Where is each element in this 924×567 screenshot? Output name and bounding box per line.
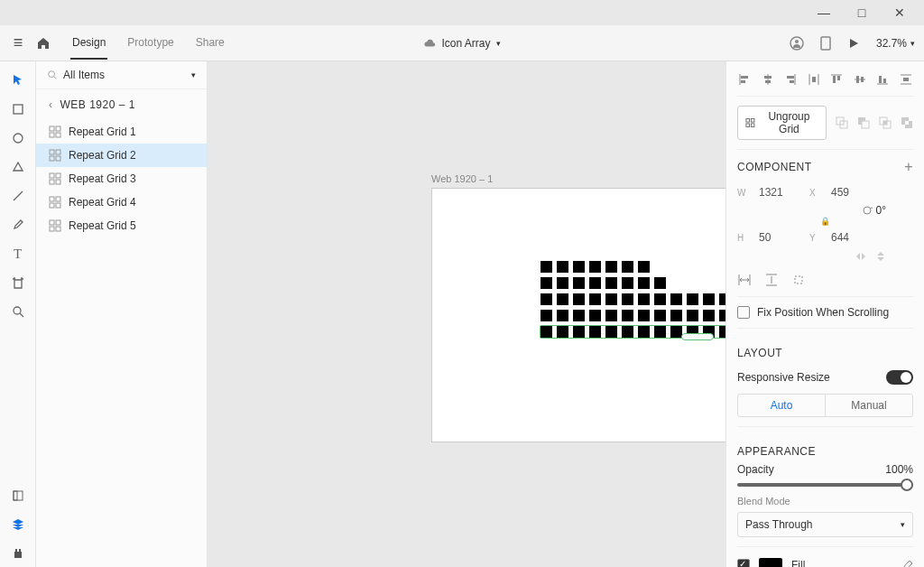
assets-icon[interactable]	[5, 482, 32, 509]
layer-item[interactable]: Repeat Grid 3	[36, 167, 207, 191]
layer-item[interactable]: Repeat Grid 2	[36, 144, 207, 167]
boolean-subtract-icon[interactable]	[857, 116, 870, 129]
svg-rect-24	[56, 173, 60, 178]
ungroup-grid-button[interactable]: Ungroup Grid	[737, 106, 827, 140]
repeat-grid-icon	[49, 172, 61, 185]
svg-rect-43	[790, 80, 794, 83]
search-icon	[47, 70, 58, 80]
select-tool[interactable]	[5, 67, 32, 94]
cloud-icon	[423, 37, 436, 50]
fill-swatch[interactable]	[759, 558, 782, 567]
tool-column: T	[0, 61, 36, 567]
layer-item[interactable]: Repeat Grid 4	[36, 191, 207, 214]
document-title[interactable]: Icon Array ▾	[423, 37, 500, 50]
svg-rect-28	[56, 197, 60, 201]
fill-checkbox[interactable]	[737, 559, 750, 567]
padding-v-icon[interactable]	[764, 273, 779, 287]
resize-manual[interactable]: Manual	[826, 395, 912, 416]
svg-rect-42	[787, 76, 794, 79]
resize-auto[interactable]: Auto	[738, 395, 826, 416]
boolean-exclude-icon[interactable]	[901, 116, 913, 129]
opacity-slider[interactable]	[737, 483, 913, 487]
layers-panel: All Items ▾ ‹ WEB 1920 – 1 Repeat Grid 1…	[36, 61, 208, 567]
svg-rect-27	[50, 197, 54, 201]
back-icon[interactable]: ‹	[49, 98, 53, 111]
rectangle-tool[interactable]	[5, 96, 32, 123]
svg-rect-60	[751, 118, 754, 122]
artboard-label[interactable]: Web 1920 – 1	[431, 173, 493, 184]
device-icon[interactable]	[820, 36, 831, 51]
repeat-grid-selection[interactable]	[541, 261, 725, 338]
fill-label: Fill	[791, 559, 805, 567]
boolean-intersect-icon[interactable]	[879, 116, 892, 129]
play-icon[interactable]	[847, 37, 860, 50]
tab-share[interactable]: Share	[194, 27, 226, 60]
svg-rect-32	[56, 220, 60, 225]
fix-position-checkbox[interactable]	[737, 306, 750, 319]
svg-rect-36	[741, 76, 748, 79]
svg-point-6	[14, 307, 21, 314]
maximize-button[interactable]: □	[843, 5, 881, 20]
flip-h-icon[interactable]	[855, 251, 866, 262]
scroll-icon[interactable]	[791, 273, 806, 287]
layer-item[interactable]: Repeat Grid 5	[36, 214, 207, 237]
layers-icon[interactable]	[5, 511, 32, 538]
eyedropper-icon[interactable]	[901, 559, 913, 567]
svg-rect-29	[50, 203, 54, 208]
svg-line-7	[20, 313, 23, 317]
align-top-icon[interactable]	[829, 72, 844, 87]
distribute-v-icon[interactable]	[899, 72, 913, 87]
y-input[interactable]	[829, 229, 874, 246]
align-center-h-icon[interactable]	[761, 72, 775, 87]
align-middle-icon[interactable]	[853, 72, 867, 87]
ellipse-tool[interactable]	[5, 125, 32, 152]
height-input[interactable]	[757, 229, 802, 246]
x-input[interactable]	[829, 184, 874, 200]
polygon-tool[interactable]	[5, 153, 32, 181]
svg-rect-23	[50, 173, 54, 178]
close-button[interactable]: ✕	[881, 5, 919, 20]
user-icon[interactable]	[790, 36, 804, 51]
home-icon[interactable]	[36, 36, 65, 51]
layers-search[interactable]: All Items ▾	[36, 61, 207, 89]
svg-rect-21	[50, 156, 54, 161]
tab-design[interactable]: Design	[70, 27, 107, 60]
zoom-tool[interactable]	[5, 298, 32, 325]
minimize-button[interactable]: —	[805, 5, 843, 20]
grid-icon	[745, 117, 755, 128]
artboard-tool[interactable]	[5, 269, 32, 296]
artboard[interactable]	[431, 188, 725, 442]
width-input[interactable]	[757, 184, 802, 200]
svg-rect-2	[821, 37, 830, 50]
text-tool[interactable]: T	[5, 240, 32, 267]
align-left-icon[interactable]	[737, 72, 752, 87]
pen-tool[interactable]	[5, 211, 32, 238]
blend-mode-select[interactable]: Pass Through▾	[737, 512, 913, 537]
svg-point-13	[49, 71, 55, 78]
responsive-toggle[interactable]	[886, 370, 913, 385]
svg-rect-40	[765, 80, 771, 83]
distribute-h-icon[interactable]	[807, 72, 821, 87]
flip-v-icon[interactable]	[875, 251, 886, 262]
plugins-icon[interactable]	[5, 540, 32, 567]
rotation-input[interactable]: 0°	[862, 204, 886, 217]
repeat-grid-icon	[49, 149, 61, 162]
padding-h-icon[interactable]	[737, 273, 752, 287]
line-tool[interactable]	[5, 182, 32, 209]
tab-prototype[interactable]: Prototype	[125, 27, 175, 60]
menu-icon[interactable]: ≡	[0, 33, 36, 52]
svg-rect-48	[833, 76, 836, 83]
layer-item[interactable]: Repeat Grid 1	[36, 120, 207, 144]
boolean-add-icon[interactable]	[836, 116, 848, 129]
svg-rect-8	[14, 491, 23, 500]
zoom-control[interactable]: 32.7%▾	[876, 37, 915, 50]
svg-point-73	[864, 207, 871, 214]
svg-rect-72	[905, 121, 909, 125]
svg-rect-66	[862, 121, 869, 128]
align-right-icon[interactable]	[783, 72, 798, 87]
opacity-label: Opacity	[737, 463, 774, 476]
add-component-icon[interactable]: +	[904, 159, 913, 175]
align-bottom-icon[interactable]	[875, 72, 890, 87]
window-controls: — □ ✕	[0, 0, 924, 25]
canvas[interactable]: Web 1920 – 1	[208, 61, 725, 567]
